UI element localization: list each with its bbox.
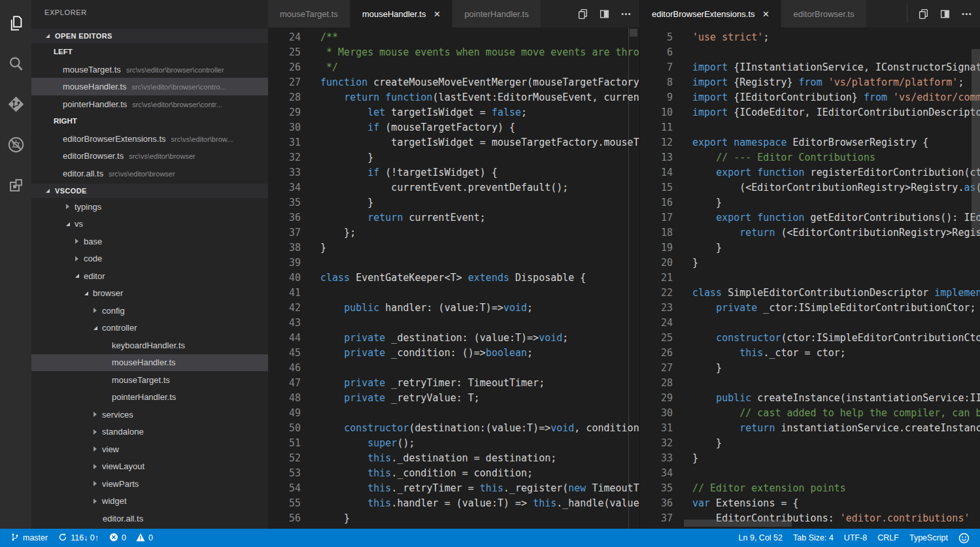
split-editor-icon[interactable] [599, 8, 610, 20]
git-branch-icon [10, 533, 20, 544]
code-editor-left[interactable]: 24/**25 * Merges mouse events when mouse… [268, 27, 639, 529]
tree-folder-item[interactable]: browser [31, 285, 268, 303]
tab-label: mouseHandler.ts [362, 9, 426, 19]
tree-file-item[interactable]: pointerHandler.ts [31, 389, 268, 406]
tree-item-label: services [102, 410, 133, 420]
tree-file-item[interactable]: keyboardHandler.ts [31, 337, 268, 354]
activity-debug-button[interactable] [0, 125, 31, 166]
encoding-indicator[interactable]: UTF-8 [839, 529, 872, 547]
tree-folder-item[interactable]: vs [31, 216, 268, 233]
open-editors-icon[interactable] [918, 8, 929, 20]
code-token: void [503, 302, 527, 314]
tree-folder-item[interactable]: editor [31, 267, 268, 285]
code-token: (destination:(value:T)=> [409, 422, 550, 434]
tab-pointerHandler.ts[interactable]: pointerHandler.ts [452, 0, 541, 27]
code-token: _retryTimer: TimeoutTimer; [385, 377, 545, 389]
tree-file-item[interactable]: mouseHandler.ts [31, 354, 268, 372]
line-number: 31 [640, 421, 673, 436]
more-actions-icon[interactable] [961, 8, 972, 20]
activity-explorer-button[interactable] [0, 4, 31, 44]
git-branch-status[interactable]: master [5, 529, 53, 547]
eol-indicator[interactable]: CRLF [872, 529, 904, 547]
code-line: 25 constructor(ctor:ISimpleEditorContrib… [640, 331, 980, 346]
code-line: 29 public createInstance(instantiationSe… [640, 391, 980, 406]
tree-file-item[interactable]: editor.all.ts [31, 510, 268, 527]
open-editor-item[interactable]: editorBrowserExtensions.tssrc\vs\editor\… [31, 130, 268, 148]
cursor-position[interactable]: Ln 9, Col 52 [734, 529, 788, 547]
code-line: 19 } [640, 240, 980, 256]
code-line: 26 */ [268, 60, 639, 75]
language-indicator[interactable]: TypeScript [904, 529, 953, 547]
open-editor-item[interactable]: mouseTarget.tssrc\vs\editor\browser\cont… [31, 61, 268, 78]
activity-source-control-button[interactable] [0, 85, 31, 125]
code-token: EditorBrowserRegistry { [787, 137, 929, 148]
horizontal-scrollbar-thumb[interactable] [684, 520, 792, 527]
line-number: 18 [640, 225, 673, 240]
tree-folder-item[interactable]: base [31, 233, 268, 250]
tree-folder-item[interactable]: config [31, 302, 268, 320]
sync-label: 116↓ 0↑ [71, 533, 99, 542]
tab-mouseTarget.ts[interactable]: mouseTarget.ts [268, 0, 350, 27]
tree-folder-item[interactable]: viewLayout [31, 458, 268, 476]
code-line: 40class EventGateKeeper<T> extends Dispo… [268, 271, 639, 286]
open-editor-item[interactable]: editor.all.tssrc\vs\editor\browser [31, 165, 268, 182]
scrollbar-track-line [628, 27, 629, 529]
folder-section-header[interactable]: VSCODE [31, 184, 268, 198]
code-line: 50 constructor(destination:(value:T)=>vo… [268, 421, 639, 436]
code-token: } [692, 452, 698, 464]
chevron-collapsed-icon [93, 412, 101, 417]
activity-extensions-button[interactable] [0, 166, 31, 207]
tree-folder-item[interactable]: viewParts [31, 475, 268, 493]
tree-folder-item[interactable]: widget [31, 493, 268, 510]
open-editors-header[interactable]: OPEN EDITORS [31, 29, 268, 43]
tree-file-item[interactable]: mouseTarget.ts [31, 371, 268, 389]
line-number: 21 [640, 271, 673, 286]
code-token: createMouseMoveEventMerger(mouseTargetFa… [367, 76, 639, 88]
tab-mouseHandler.ts[interactable]: mouseHandler.ts× [350, 0, 453, 27]
code-token: this [480, 482, 503, 494]
chevron-collapsed-icon [93, 308, 101, 313]
tab-size-indicator[interactable]: Tab Size: 4 [788, 529, 839, 547]
tab-actions-left [567, 0, 639, 27]
code-token: Disposable { [509, 272, 586, 284]
code-token: _condition: ()=> [385, 347, 486, 359]
more-actions-icon[interactable] [620, 8, 632, 20]
open-editors-icon[interactable] [577, 8, 588, 20]
feedback-smiley-icon[interactable] [953, 529, 975, 547]
tree-folder-item[interactable]: standalone [31, 423, 268, 441]
code-line: 46 [268, 361, 639, 376]
tree-folder-item[interactable]: typings [31, 198, 268, 216]
close-tab-icon[interactable]: × [763, 8, 769, 20]
open-editor-item[interactable]: editorBrowser.tssrc\vs\editor\browser [31, 147, 268, 165]
vertical-scrollbar-thumb[interactable] [972, 49, 980, 235]
open-editor-item[interactable]: pointerHandler.tssrc\vs\editor\browser\c… [31, 95, 268, 113]
open-editor-item[interactable]: mouseHandler.tssrc\vs\editor\browser\con… [31, 78, 268, 95]
code-token [320, 437, 367, 449]
tree-folder-item[interactable]: code [31, 250, 268, 268]
tab-editorBrowserExtensions.ts[interactable]: editorBrowserExtensions.ts× [640, 0, 781, 27]
code-line: 17 export function getEditorContribution… [640, 210, 980, 225]
tree-folder-item[interactable]: view [31, 440, 268, 458]
code-token: function [385, 91, 432, 103]
vertical-scrollbar-thumb[interactable] [630, 29, 637, 37]
line-number: 17 [640, 210, 673, 225]
close-tab-icon[interactable]: × [433, 8, 440, 20]
file-name: editorBrowserExtensions.ts [63, 134, 166, 144]
tree-folder-item[interactable]: controller [31, 320, 268, 337]
code-line: 15 (<EditorContributionRegistry>Registry… [640, 180, 980, 195]
code-token [320, 302, 344, 314]
code-token: namespace [734, 137, 786, 148]
code-token: EventGateKeeper<T> [350, 272, 468, 284]
activity-search-button[interactable] [0, 44, 31, 85]
chevron-collapsed-icon [93, 429, 101, 435]
sync-status[interactable]: 116↓ 0↑ [53, 529, 104, 547]
problems-status[interactable]: 0 0 [104, 529, 158, 547]
tree-folder-item[interactable]: services [31, 406, 268, 423]
tab-editorBrowser.ts[interactable]: editorBrowser.ts [781, 0, 866, 27]
split-editor-icon[interactable] [939, 8, 951, 20]
code-token: import [692, 107, 728, 118]
code-token: return [739, 227, 775, 239]
code-editor-right[interactable]: 5'use strict';67import {IInstantiationSe… [640, 27, 980, 529]
code-token: } [320, 242, 326, 254]
code-token: export [692, 137, 728, 148]
